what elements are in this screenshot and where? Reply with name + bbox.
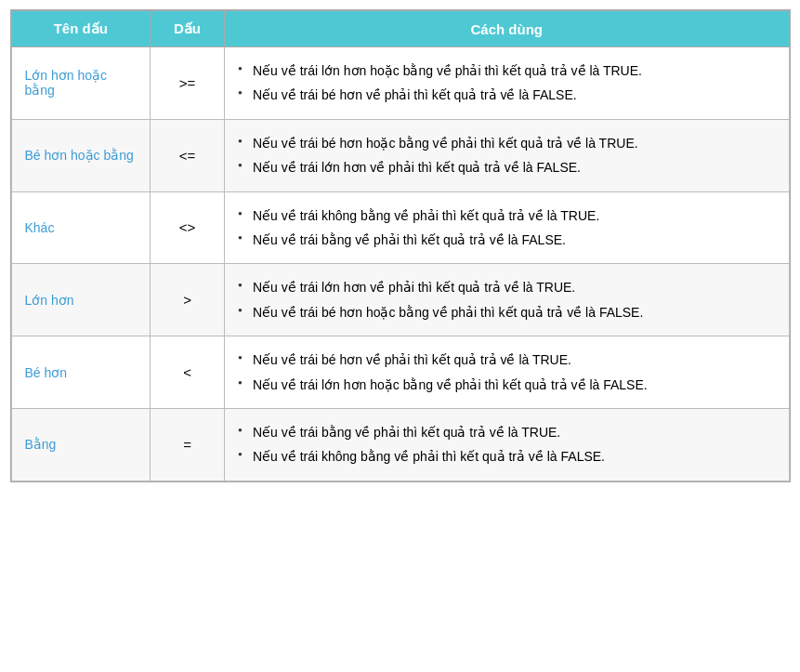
usage-item: Nếu về trái lớn hơn hoặc bằng về phải th… <box>238 373 776 397</box>
cell-usage: Nếu về trái không bằng về phải thì kết q… <box>224 191 789 264</box>
cell-usage: Nếu về trái bé hơn về phải thì kết quả t… <box>224 336 789 409</box>
cell-symbol: < <box>151 336 225 409</box>
usage-item: Nếu về trái lớn hơn về phải thì kết quả … <box>238 275 776 299</box>
usage-item: Nếu về trái không bằng về phải thì kết q… <box>238 204 776 228</box>
header-col-usage: Cách dùng <box>224 11 789 47</box>
table-row: Bé hơn<Nếu về trái bé hơn về phải thì kế… <box>11 336 789 409</box>
main-table: Tên dấu Dấu Cách dùng Lớn hơn hoặc bằng>… <box>10 9 791 482</box>
header-col-symbol: Dấu <box>151 11 225 47</box>
cell-usage: Nếu về trái lớn hơn về phải thì kết quả … <box>224 264 789 336</box>
cell-name: Bé hơn <box>11 336 151 409</box>
cell-usage: Nếu về trái bé hơn hoặc bằng về phải thì… <box>224 119 789 191</box>
usage-item: Nếu về trái không bằng về phải thì kết q… <box>238 444 776 468</box>
table-row: Lớn hơn>Nếu về trái lớn hơn về phải thì … <box>11 264 789 336</box>
usage-item: Nếu về trái bằng về phải thì kết quả trả… <box>238 228 776 252</box>
cell-usage: Nếu về trái lớn hơn hoặc bằng về phải th… <box>224 47 789 120</box>
cell-usage: Nếu về trái bằng về phải thì kết quả trả… <box>224 408 789 481</box>
table-row: Lớn hơn hoặc bằng>=Nếu về trái lớn hơn h… <box>11 47 789 120</box>
usage-item: Nếu về trái lớn hơn hoặc bằng về phải th… <box>238 59 776 83</box>
cell-name: Lớn hơn <box>11 264 151 336</box>
usage-item: Nếu về trái bé hơn về phải thì kết quả t… <box>238 348 776 372</box>
cell-symbol: <= <box>151 119 225 191</box>
cell-symbol: <> <box>151 191 225 264</box>
usage-item: Nếu về trái bé hơn hoặc bằng về phải thì… <box>238 300 776 324</box>
cell-name: Bằng <box>11 408 151 481</box>
table-header-row: Tên dấu Dấu Cách dùng <box>11 11 789 47</box>
cell-name: Khác <box>11 191 151 264</box>
usage-item: Nếu về trái bé hơn hoặc bằng về phải thì… <box>238 131 776 155</box>
table-row: Bé hơn hoặc bằng<=Nếu về trái bé hơn hoặ… <box>11 119 789 191</box>
cell-name: Bé hơn hoặc bằng <box>11 119 151 191</box>
usage-item: Nếu về trái lớn hơn về phải thì kết quả … <box>238 155 776 179</box>
cell-symbol: > <box>151 264 225 336</box>
table-row: Khác<>Nếu về trái không bằng về phải thì… <box>11 191 789 264</box>
cell-symbol: >= <box>151 47 225 120</box>
usage-item: Nếu về trái bé hơn về phải thì kết quả t… <box>238 83 776 107</box>
cell-name: Lớn hơn hoặc bằng <box>11 47 151 120</box>
cell-symbol: = <box>151 408 225 481</box>
header-col-name: Tên dấu <box>11 11 151 47</box>
table-row: Bằng=Nếu về trái bằng về phải thì kết qu… <box>11 408 789 481</box>
usage-item: Nếu về trái bằng về phải thì kết quả trả… <box>238 420 776 444</box>
